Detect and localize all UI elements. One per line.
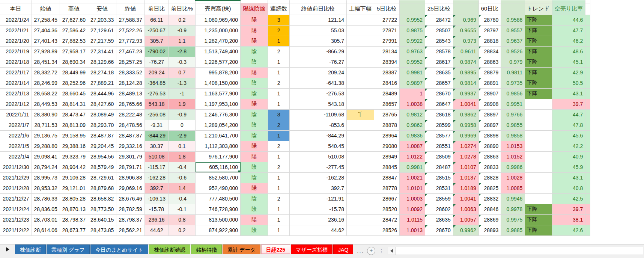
cell-open[interactable]: 28,703.01 xyxy=(32,214,60,225)
cell-d60r[interactable]: 0.9557 xyxy=(501,25,525,36)
cell-d25n[interactable]: 28531 xyxy=(425,183,453,193)
cell-chg[interactable]: 66.11 xyxy=(144,15,169,25)
cell-date[interactable]: 2022/1/7 xyxy=(0,120,32,130)
cell-d5r[interactable]: 1.0021 xyxy=(400,172,425,183)
cell-d60r[interactable]: 0.9735 xyxy=(501,78,525,88)
cell-tr[interactable]: 下降 xyxy=(525,78,552,88)
cell-edge[interactable] xyxy=(585,151,590,162)
cell-tr[interactable]: 下降 xyxy=(525,67,552,78)
cell-sh[interactable]: 42.5 xyxy=(552,193,585,204)
cell-date[interactable]: 2022/1/20 xyxy=(0,36,32,46)
cell-d25r[interactable]: 0.973 xyxy=(453,36,478,46)
cell-open[interactable]: 28,836.05 xyxy=(32,204,60,214)
cell-high[interactable]: 29,106.28 xyxy=(60,172,88,183)
cell-rng[interactable] xyxy=(347,25,374,36)
cell-rng[interactable]: 千 xyxy=(347,109,374,120)
cell-d60r[interactable]: 0.9858 xyxy=(501,130,525,141)
cell-close[interactable]: 28,222.48 xyxy=(116,109,144,120)
cell-close[interactable]: 28,676.46 xyxy=(116,193,144,204)
cell-can[interactable]: 陽 xyxy=(241,99,268,109)
cell-d60r[interactable]: 0.9978 xyxy=(501,204,525,214)
cell-chg[interactable]: 305.7 xyxy=(144,36,169,46)
cell-close[interactable]: 29,069.16 xyxy=(116,183,144,193)
cell-can[interactable]: 陽 xyxy=(241,67,268,78)
cell-high[interactable]: 27,586.42 xyxy=(60,25,88,36)
cell-d5r[interactable]: 1.0092 xyxy=(400,204,425,214)
cell-low[interactable]: 27,314.41 xyxy=(88,46,116,57)
col-header-st[interactable]: 連続数 xyxy=(268,3,290,15)
cell-rng[interactable] xyxy=(347,67,374,78)
cell-high[interactable]: 28,813.09 xyxy=(60,120,88,130)
cell-sh[interactable]: 43.1 xyxy=(552,172,585,183)
cell-d60r[interactable]: 0.9811 xyxy=(501,67,525,78)
cell-tr[interactable] xyxy=(525,172,552,183)
cell-rng[interactable] xyxy=(347,214,374,225)
cell-low[interactable]: 27,217.59 xyxy=(88,36,116,46)
cell-vol[interactable]: 1,282,470,200 xyxy=(196,36,241,46)
cell-high[interactable]: 29,388.16 xyxy=(60,141,88,151)
cell-high[interactable]: 28,870.13 xyxy=(60,204,88,214)
cell-edge[interactable] xyxy=(585,130,590,141)
cell-d25r[interactable]: 0.9895 xyxy=(453,67,478,78)
cell-d5n[interactable]: 28847 xyxy=(374,172,400,183)
cell-low[interactable]: 28,729.61 xyxy=(88,172,116,183)
cell-diff[interactable]: 392.7 xyxy=(290,183,347,193)
cell-st[interactable]: 1 xyxy=(268,36,290,46)
cell-low[interactable]: 28,089.49 xyxy=(88,109,116,120)
cell-pct[interactable]: -1.3 xyxy=(169,78,195,88)
cell-d5r[interactable]: 0.9981 xyxy=(400,67,425,78)
cell-can[interactable]: 陰 xyxy=(241,193,268,204)
cell-edge[interactable] xyxy=(585,25,590,36)
cell-edge[interactable] xyxy=(585,109,590,120)
cell-chg[interactable]: 236.16 xyxy=(144,214,169,225)
cell-rng[interactable] xyxy=(347,88,374,99)
cell-rng[interactable] xyxy=(347,172,374,183)
cell-close[interactable]: 28,487.87 xyxy=(116,130,144,141)
horizontal-scrollbar[interactable] xyxy=(388,247,643,255)
cell-tr[interactable]: 下降 xyxy=(525,214,552,225)
cell-close[interactable]: 28,489.13 xyxy=(116,88,144,99)
cell-chg[interactable]: -790.02 xyxy=(144,46,169,57)
cell-d5r[interactable]: 0.9897 xyxy=(400,78,425,88)
cell-d60n[interactable]: 28863 xyxy=(478,151,501,162)
cell-pct[interactable]: 1.8 xyxy=(169,151,195,162)
cell-low[interactable]: 28,129.66 xyxy=(88,57,116,67)
cell-can[interactable]: 陰 xyxy=(241,162,268,172)
cell-d5n[interactable]: 28489 xyxy=(374,88,400,99)
cell-st[interactable]: 2 xyxy=(268,46,290,57)
cell-open[interactable]: 27,258.45 xyxy=(32,15,60,25)
cell-d5r[interactable]: 0.9836 xyxy=(400,130,425,141)
cell-d25n[interactable]: 28602 xyxy=(425,204,453,214)
cell-date[interactable]: 2022/1/13 xyxy=(0,88,32,99)
cell-d25r[interactable]: 1.0189 xyxy=(453,183,478,193)
cell-d25n[interactable]: 28577 xyxy=(425,130,453,141)
sheet-tab-2[interactable]: 今日のまとめサイト xyxy=(90,244,148,254)
cell-date[interactable]: 2021/12/30 xyxy=(0,162,32,172)
cell-low[interactable]: 28,773.50 xyxy=(88,204,116,214)
cell-tr[interactable]: 下降 xyxy=(525,88,552,99)
cell-chg[interactable]: -15.78 xyxy=(144,204,169,214)
cell-d5r[interactable]: 0.9952 xyxy=(400,57,425,67)
cell-chg[interactable]: -9.31 xyxy=(144,120,169,130)
cell-edge[interactable] xyxy=(585,193,590,204)
cell-d5n[interactable]: 28657 xyxy=(374,99,400,109)
cell-d25r[interactable]: 1.0107 xyxy=(453,162,478,172)
cell-sh[interactable]: 48.6 xyxy=(552,46,585,57)
sheet-tab-5[interactable]: 累計 データ xyxy=(223,244,260,254)
cell-pct[interactable]: -0.1 xyxy=(169,204,195,214)
cell-chg[interactable]: 44.62 xyxy=(144,225,169,235)
more-sheets-button[interactable]: ... xyxy=(357,248,364,254)
cell-can[interactable]: 陰 xyxy=(241,225,268,235)
cell-d60n[interactable]: 28818 xyxy=(478,36,501,46)
cell-d25r[interactable]: 1.0274 xyxy=(453,141,478,151)
cell-d60r[interactable]: 0.979 xyxy=(501,57,525,67)
cell-d60r[interactable]: 0.9975 xyxy=(501,214,525,225)
cell-d25n[interactable]: 28647 xyxy=(425,99,453,109)
cell-diff[interactable]: 510.08 xyxy=(290,151,347,162)
cell-d5r[interactable]: 0.9981 xyxy=(400,162,425,172)
cell-date[interactable]: 2022/1/21 xyxy=(0,25,32,36)
cell-diff[interactable]: 540.45 xyxy=(290,141,347,151)
cell-d60n[interactable]: 28908 xyxy=(478,99,501,109)
cell-d60r[interactable]: 0.9637 xyxy=(501,36,525,46)
cell-d25n[interactable]: 28551 xyxy=(425,141,453,151)
